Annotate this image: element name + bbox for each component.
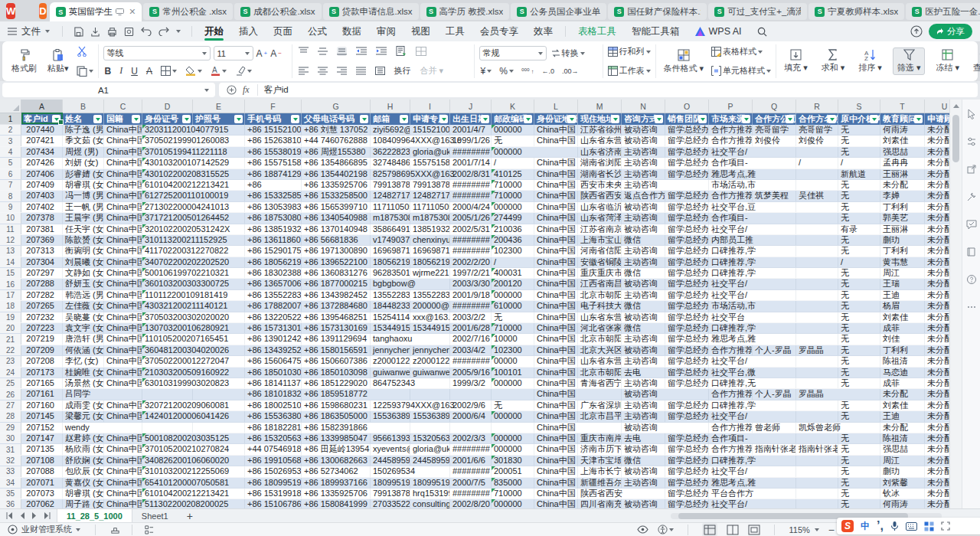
cell[interactable]: 山东省济南 [578, 147, 622, 157]
cell[interactable]: 成菲 [880, 323, 925, 333]
cell[interactable]: 未分配 [925, 478, 949, 488]
cell[interactable]: tanghaoxu [371, 334, 410, 344]
row-number[interactable]: 20 [0, 323, 21, 333]
cell[interactable]: 主动咨询 [622, 158, 665, 168]
cell[interactable]: +86 1340540988 [302, 213, 371, 223]
cell[interactable]: China中国 [104, 136, 142, 145]
cell[interactable]: 207402 [21, 202, 63, 212]
cell[interactable]: 合作方推荐 [709, 389, 753, 399]
cell[interactable]: 江西省南昌 [578, 279, 622, 289]
cell[interactable]: 被动咨询 [622, 125, 665, 135]
cell[interactable]: ######## [450, 147, 492, 157]
cell[interactable]: 207208 [21, 356, 63, 366]
decrease-indent-icon[interactable] [356, 47, 367, 56]
cell[interactable]: 138519326 [410, 224, 450, 234]
cell[interactable]: 310103200212255069 [142, 466, 193, 476]
cell[interactable]: 207223 [21, 323, 63, 333]
increase-indent-icon[interactable] [376, 47, 387, 56]
cell[interactable]: China中国 [104, 456, 142, 466]
cell[interactable]: China中国 [534, 499, 578, 508]
cell[interactable]: China中国 [104, 400, 142, 410]
cell[interactable]: 主动咨询 [622, 257, 665, 267]
cell[interactable]: 未分配 [880, 180, 925, 190]
cell[interactable]: 上海市长宁 [578, 466, 622, 476]
menu-table-tools[interactable]: 表格工具 [570, 22, 624, 41]
column-header[interactable]: 咨询方式 [622, 113, 665, 125]
column-header[interactable]: 身份证地址 [534, 113, 578, 125]
menu-item-插入[interactable]: 插入 [231, 22, 266, 41]
book-icon[interactable] [966, 247, 977, 257]
cell[interactable]: gloria@uk [410, 147, 450, 157]
cell[interactable]: 留学总经办 [665, 444, 709, 454]
cell[interactable]: 去电 [622, 368, 665, 377]
cell[interactable]: 1997/2/21 [450, 268, 492, 278]
cell[interactable]: 2003/4/2 [450, 345, 492, 355]
cell[interactable]: 152541145 [371, 312, 410, 322]
cell[interactable]: +86 1354866895 [302, 158, 371, 168]
cell[interactable]: 200000@qq [410, 301, 450, 311]
cell[interactable]: 100101 [492, 368, 534, 377]
cell[interactable]: 主动咨询 [622, 478, 665, 488]
sheet-tab[interactable]: Sheet1 [132, 509, 178, 522]
cell[interactable]: 微信 [622, 301, 665, 311]
wps-logo[interactable]: W [6, 3, 15, 19]
cell[interactable]: China中国 [534, 202, 578, 212]
cell[interactable]: +44 07546918 [245, 444, 302, 454]
cell[interactable]: 被动咨询 [622, 312, 665, 322]
cell[interactable]: 无 [838, 433, 880, 443]
cell[interactable]: wendy [63, 423, 104, 433]
cell[interactable]: +86 1372884680 [302, 301, 371, 311]
cell[interactable]: 无 [838, 323, 880, 333]
cell[interactable]: 未分配 [925, 400, 949, 410]
column-letter[interactable]: M [578, 100, 622, 113]
cell[interactable]: 207369 [21, 235, 63, 245]
document-tab[interactable]: S国任财产保险样本.x [608, 3, 707, 20]
cell[interactable]: 主动咨询 [622, 213, 665, 223]
cell[interactable] [796, 235, 838, 245]
cell[interactable]: 340826200106060020 [142, 456, 193, 466]
ime-mic-icon[interactable] [890, 521, 899, 531]
convert-button[interactable]: 转换 [551, 47, 585, 59]
cell[interactable]: 舒欣娴 (女 [63, 456, 104, 466]
cell[interactable] [796, 456, 838, 466]
cell[interactable] [104, 389, 142, 399]
cell[interactable]: 654101200007050581 [142, 478, 193, 488]
docer-logo[interactable]: D [39, 3, 46, 19]
cell[interactable]: 207313 [21, 246, 63, 256]
cell[interactable]: China中国 [104, 257, 142, 267]
cell[interactable]: 2002/5/31 [450, 224, 492, 234]
menu-item-审阅[interactable]: 审阅 [369, 22, 403, 41]
cell[interactable]: 王一帆 (男 [63, 202, 104, 212]
cell[interactable]: 广东省深圳 [578, 400, 622, 410]
cell[interactable]: China中国 [104, 246, 142, 256]
cell[interactable]: 207421 [21, 136, 63, 145]
cell[interactable]: 罗晶晶 [796, 389, 838, 399]
cell[interactable]: 200436 [492, 235, 534, 245]
cell[interactable]: 留学总经办 [665, 279, 709, 289]
cell[interactable]: 安徽省铜陵 [578, 257, 622, 267]
cell[interactable]: 610104200212213421 [142, 180, 193, 190]
cell[interactable]: wjrme221@ [410, 268, 450, 278]
cell[interactable]: 被动咨询 [622, 136, 665, 145]
row-number[interactable]: 14 [0, 257, 21, 267]
cell[interactable]: 370105199411221118 [142, 147, 193, 157]
cell[interactable]: +86 19910568 [245, 456, 302, 466]
cell[interactable]: 180562199 [371, 257, 410, 267]
cell[interactable] [492, 423, 534, 433]
page-layout-view-icon[interactable] [727, 525, 739, 535]
cell[interactable]: 360481200304020026 [142, 345, 193, 355]
cell[interactable]: 710000 [492, 323, 534, 333]
borders-button[interactable] [161, 66, 177, 76]
cell[interactable]: 留学总经办 [665, 433, 709, 443]
cell[interactable]: 270335220 [371, 499, 410, 508]
cell[interactable]: 王丽淋 [880, 169, 925, 179]
cell[interactable]: 留学总经办 [665, 290, 709, 300]
menu-item-数据[interactable]: 数据 [335, 22, 369, 41]
cell[interactable]: 610000 [492, 301, 534, 311]
decrease-font-icon[interactable]: A− [270, 48, 282, 59]
print-icon[interactable] [107, 27, 117, 37]
cell[interactable]: 主动咨询 [622, 411, 665, 421]
cell[interactable] [796, 368, 838, 377]
cell[interactable]: 无 [838, 378, 880, 388]
cell[interactable]: 刘紫馨 [880, 478, 925, 488]
